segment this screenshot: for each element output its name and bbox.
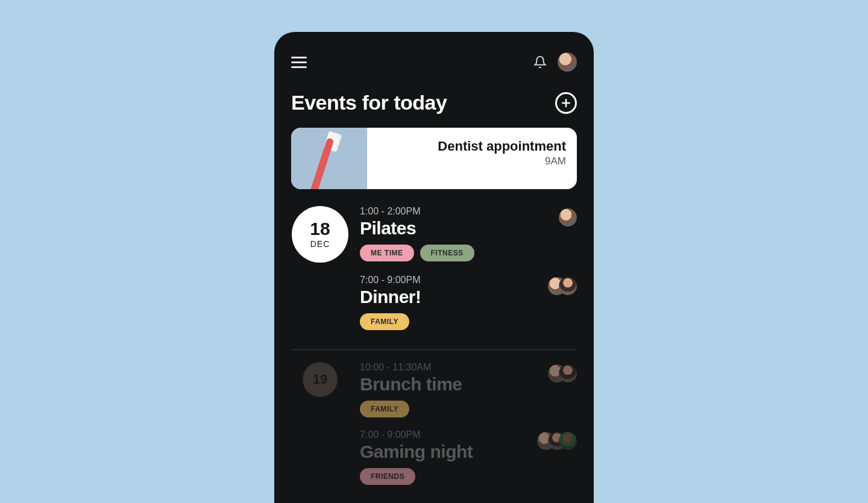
page-title: Events for today	[291, 91, 447, 114]
profile-avatar[interactable]	[558, 52, 577, 72]
top-bar	[291, 50, 577, 74]
tag[interactable]: FITNESS	[420, 245, 474, 261]
featured-event-time: 9AM	[367, 155, 566, 167]
topbar-actions	[533, 52, 577, 72]
tag[interactable]: FRIENDS	[360, 468, 415, 485]
attendee-avatar	[559, 364, 577, 383]
attendee-avatars[interactable]	[548, 364, 577, 383]
featured-event-card[interactable]: Dentist appointment 9AM	[291, 128, 577, 189]
attendee-avatars[interactable]	[559, 208, 577, 227]
event-title: Pilates	[360, 218, 577, 239]
tag[interactable]: FAMILY	[360, 313, 409, 330]
menu-icon[interactable]	[291, 57, 307, 68]
title-row: Events for today	[291, 91, 577, 114]
day-group: 19 10:00 - 11:30AM Brunch time FAMILY 7:…	[291, 362, 577, 503]
event-time: 1:00 - 2:00PM	[360, 206, 577, 217]
date-badge: 18 DEC	[292, 206, 348, 263]
event-title: Brunch time	[360, 374, 577, 395]
tag[interactable]: FAMILY	[360, 401, 409, 417]
day-group: 18 DEC 1:00 - 2:00PM Pilates ME TIME FIT…	[291, 206, 577, 350]
date-day: 19	[313, 373, 327, 386]
event-title: Dinner!	[360, 287, 577, 307]
event-row[interactable]: 7:00 - 9:00PM Dinner! FAMILY	[291, 275, 577, 330]
event-tags: FAMILY	[360, 313, 577, 330]
event-row[interactable]: 7:00 - 9:00PM Gaming night FRIENDS	[291, 430, 577, 485]
plus-icon	[560, 97, 572, 109]
featured-event-text: Dentist appointment 9AM	[367, 128, 577, 189]
attendee-avatar	[559, 277, 577, 295]
event-tags: FRIENDS	[360, 468, 577, 485]
event-row[interactable]: 18 DEC 1:00 - 2:00PM Pilates ME TIME FIT…	[291, 206, 577, 263]
event-tags: ME TIME FITNESS	[360, 245, 577, 261]
date-day: 18	[310, 220, 330, 238]
event-time: 10:00 - 11:30AM	[360, 362, 577, 373]
event-time: 7:00 - 9:00PM	[360, 275, 577, 286]
attendee-avatar	[559, 432, 577, 450]
add-event-button[interactable]	[555, 92, 577, 114]
date-badge: 19	[303, 362, 338, 397]
tag[interactable]: ME TIME	[360, 245, 414, 261]
app-frame: Events for today Dentist appointment 9AM…	[274, 32, 594, 503]
event-row[interactable]: 19 10:00 - 11:30AM Brunch time FAMILY	[291, 362, 577, 417]
featured-event-title: Dentist appointment	[367, 139, 566, 154]
featured-event-thumb	[291, 128, 367, 189]
attendee-avatars[interactable]	[548, 277, 577, 295]
attendee-avatar	[559, 208, 577, 227]
date-month: DEC	[310, 239, 330, 249]
event-tags: FAMILY	[360, 401, 577, 417]
attendee-avatars[interactable]	[537, 432, 577, 450]
bell-icon[interactable]	[533, 55, 547, 69]
